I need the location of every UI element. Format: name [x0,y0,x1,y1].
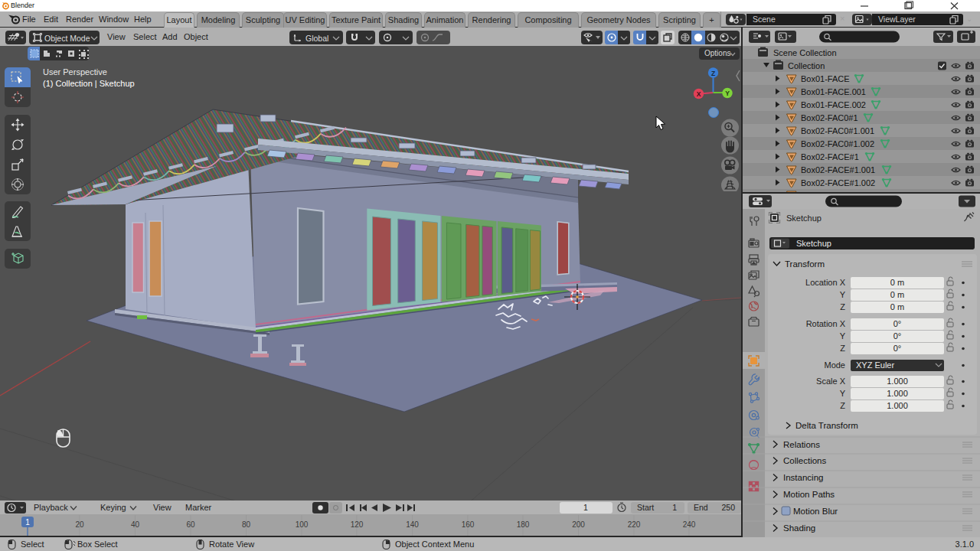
svg-text:3.1.0: 3.1.0 [956,540,974,549]
svg-text:Object Context Menu: Object Context Menu [395,540,474,549]
svg-text:Box02-FAC0#1.001: Box02-FAC0#1.001 [801,126,874,135]
svg-text:100: 100 [296,520,309,529]
svg-text:Y: Y [725,90,730,97]
svg-text:1: 1 [583,503,588,512]
svg-text:Sketchup: Sketchup [786,214,822,223]
svg-text:Z: Z [840,302,845,311]
svg-text:Box01-FACE.001: Box01-FACE.001 [801,87,866,96]
svg-text:Z: Z [840,401,845,410]
svg-text:Select: Select [21,540,44,549]
svg-text:Motion Paths: Motion Paths [783,490,835,499]
svg-text:0°: 0° [893,344,902,353]
svg-text:Instancing: Instancing [783,473,823,482]
svg-text:1.000: 1.000 [887,377,908,386]
svg-text:View: View [153,503,172,512]
svg-text:Box02-FACE#1.002: Box02-FACE#1.002 [801,178,875,187]
svg-text:Y: Y [840,290,846,299]
svg-text:250: 250 [721,503,735,512]
svg-text:Playback: Playback [34,503,68,512]
svg-text:Delta Transform: Delta Transform [795,421,858,430]
svg-text:Rotate View: Rotate View [209,540,254,549]
svg-text:1.000: 1.000 [887,401,908,410]
svg-text:240: 240 [683,520,696,529]
svg-text:Collection: Collection [788,61,825,70]
svg-text:Transform: Transform [785,259,825,269]
svg-text:Y: Y [840,389,846,398]
svg-text:Box02-FACE#1: Box02-FACE#1 [801,152,859,161]
svg-text:Relations: Relations [783,440,820,449]
svg-text:XYZ Euler: XYZ Euler [856,360,894,370]
svg-text:Y: Y [840,331,846,341]
svg-text:160: 160 [462,520,475,529]
svg-text:Location X: Location X [805,278,846,287]
svg-text:180: 180 [517,520,530,529]
svg-text:Box02-FACE#1.001: Box02-FACE#1.001 [801,165,875,174]
svg-text:Collections: Collections [783,456,826,465]
svg-text:140: 140 [406,520,419,529]
svg-text:60: 60 [186,520,195,529]
svg-text:20: 20 [75,520,84,529]
svg-text:1.000: 1.000 [887,389,908,398]
svg-text:Scale X: Scale X [816,377,846,386]
svg-text:Z: Z [711,70,715,77]
svg-text:Box01-FACE: Box01-FACE [801,74,850,83]
svg-text:End: End [694,503,708,512]
svg-text:0°: 0° [893,331,902,341]
svg-text:Shading: Shading [783,523,815,533]
svg-text:Z: Z [840,344,845,353]
svg-text:1: 1 [25,518,30,527]
svg-text:Box02-FAC0#1: Box02-FAC0#1 [801,113,858,122]
svg-text:Rotation X: Rotation X [806,319,846,328]
svg-text:Box Select: Box Select [77,540,118,549]
svg-text:0 m: 0 m [890,302,904,311]
svg-text:Motion Blur: Motion Blur [793,507,838,516]
svg-text:Start: Start [637,503,654,512]
svg-text:0°: 0° [893,319,902,328]
svg-text:Marker: Marker [185,503,212,512]
svg-text:200: 200 [572,520,585,529]
svg-text:X: X [697,90,701,98]
svg-text:80: 80 [242,520,251,529]
svg-text:Box02-FAC0#1.002: Box02-FAC0#1.002 [801,139,874,148]
svg-text:0 m: 0 m [890,278,904,287]
svg-text:Keying: Keying [100,503,126,512]
svg-text:Box01-FACE.002: Box01-FACE.002 [801,100,866,109]
svg-text:Mode: Mode [824,360,845,370]
svg-text:220: 220 [628,520,641,529]
svg-text:Scene Collection: Scene Collection [773,48,837,57]
svg-text:Sketchup: Sketchup [796,239,831,248]
svg-text:1: 1 [672,503,677,512]
svg-text:0 m: 0 m [890,290,904,299]
svg-text:120: 120 [351,520,364,529]
svg-text:40: 40 [131,520,140,529]
